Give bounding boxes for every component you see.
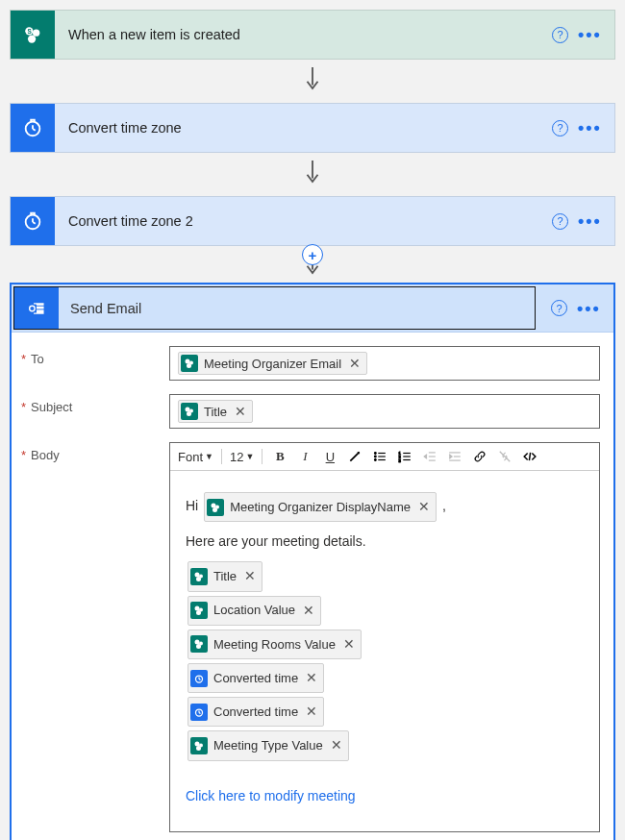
svg-point-54 bbox=[196, 644, 201, 649]
svg-text:S: S bbox=[28, 28, 33, 35]
dynamic-token[interactable]: Meeting Rooms Value✕ bbox=[188, 630, 362, 659]
dynamic-token[interactable]: Location Value✕ bbox=[188, 596, 321, 626]
connector-arrow bbox=[10, 153, 615, 196]
sharepoint-icon bbox=[181, 403, 198, 420]
token-remove-icon[interactable]: ✕ bbox=[301, 599, 316, 623]
trigger-step[interactable]: S When a new item is created ? ••• bbox=[10, 10, 615, 60]
color-button[interactable] bbox=[345, 447, 364, 466]
dynamic-token[interactable]: Meeting Organizer Email ✕ bbox=[178, 352, 367, 375]
dynamic-token[interactable]: Meeting Type Value✕ bbox=[188, 730, 349, 760]
intro-text: Here are your meeting details. bbox=[186, 530, 584, 554]
step-menu-button[interactable]: ••• bbox=[577, 304, 600, 313]
step-menu-button[interactable]: ••• bbox=[578, 216, 601, 226]
to-field[interactable]: Meeting Organizer Email ✕ bbox=[169, 346, 600, 381]
token-remove-icon[interactable]: ✕ bbox=[329, 733, 344, 757]
sharepoint-icon: S bbox=[11, 11, 55, 59]
step-header[interactable]: Send Email bbox=[13, 286, 536, 330]
sharepoint-icon bbox=[207, 499, 224, 516]
link-button[interactable] bbox=[470, 447, 489, 466]
step-title: When a new item is created bbox=[55, 11, 538, 59]
sharepoint-icon bbox=[190, 635, 208, 653]
dynamic-token[interactable]: Converted time✕ bbox=[188, 663, 324, 693]
svg-point-45 bbox=[212, 507, 217, 512]
svg-point-61 bbox=[195, 741, 200, 746]
token-remove-icon[interactable]: ✕ bbox=[347, 356, 362, 371]
clock-icon bbox=[11, 197, 55, 245]
svg-point-63 bbox=[196, 746, 201, 751]
token-text: Title bbox=[204, 405, 227, 419]
svg-point-46 bbox=[195, 572, 200, 577]
token-text: Meeting Organizer DisplayName bbox=[230, 496, 411, 518]
unlink-button[interactable] bbox=[495, 447, 514, 466]
token-text: Converted time bbox=[213, 701, 298, 723]
svg-point-22 bbox=[187, 411, 191, 416]
token-text: Meeting Type Value bbox=[213, 734, 323, 756]
svg-line-42 bbox=[530, 453, 531, 460]
help-icon[interactable]: ? bbox=[552, 120, 568, 136]
bulleted-list-button[interactable] bbox=[370, 447, 389, 466]
add-step-button[interactable]: + bbox=[302, 244, 323, 265]
outlook-icon bbox=[14, 287, 59, 329]
dynamic-token[interactable]: Title ✕ bbox=[178, 400, 253, 423]
body-editor: Font ▼ 12 ▼ B I U 123 bbox=[169, 442, 600, 832]
outdent-button[interactable] bbox=[420, 447, 439, 466]
modify-meeting-link[interactable]: Click here to modify meeting bbox=[186, 788, 356, 803]
dynamic-token[interactable]: Converted time✕ bbox=[188, 697, 324, 727]
token-remove-icon[interactable]: ✕ bbox=[304, 700, 319, 724]
step-menu-button[interactable]: ••• bbox=[578, 30, 601, 39]
to-label: To bbox=[25, 346, 169, 366]
clock-icon bbox=[190, 670, 208, 687]
svg-line-60 bbox=[199, 712, 201, 713]
token-remove-icon[interactable]: ✕ bbox=[242, 564, 258, 588]
clock-icon bbox=[11, 104, 55, 152]
greeting-prefix: Hi bbox=[186, 498, 202, 513]
svg-point-25 bbox=[375, 456, 377, 457]
dynamic-token[interactable]: Meeting Organizer DisplayName ✕ bbox=[204, 492, 437, 522]
bold-button[interactable]: B bbox=[270, 447, 289, 466]
svg-line-11 bbox=[33, 222, 36, 224]
svg-point-49 bbox=[195, 606, 200, 611]
dynamic-token[interactable]: Title✕ bbox=[188, 561, 262, 591]
subject-label: Subject bbox=[25, 394, 169, 414]
token-text: Meeting Rooms Value bbox=[213, 633, 336, 655]
token-remove-icon[interactable]: ✕ bbox=[233, 404, 248, 419]
italic-button[interactable]: I bbox=[295, 447, 314, 466]
token-text: Title bbox=[213, 565, 237, 587]
svg-text:3: 3 bbox=[399, 458, 402, 463]
sharepoint-icon bbox=[190, 568, 208, 585]
step-menu-button[interactable]: ••• bbox=[578, 123, 601, 133]
svg-point-52 bbox=[195, 640, 200, 645]
convert-tz-step-1[interactable]: Convert time zone ? ••• bbox=[10, 103, 615, 153]
token-remove-icon[interactable]: ✕ bbox=[304, 666, 319, 690]
help-icon[interactable]: ? bbox=[551, 300, 567, 316]
body-content[interactable]: Hi Meeting Organizer DisplayName ✕ , Her… bbox=[170, 471, 599, 831]
convert-tz-step-2[interactable]: Convert time zone 2 ? ••• bbox=[10, 196, 615, 246]
help-icon[interactable]: ? bbox=[552, 213, 568, 230]
svg-point-2 bbox=[28, 35, 36, 42]
svg-point-1 bbox=[33, 30, 39, 37]
editor-toolbar: Font ▼ 12 ▼ B I U 123 bbox=[170, 443, 599, 471]
clock-icon bbox=[190, 704, 208, 721]
token-text: Location Value bbox=[213, 599, 295, 621]
subject-field[interactable]: Title ✕ bbox=[169, 394, 600, 429]
font-select[interactable]: Font ▼ bbox=[178, 450, 213, 464]
font-size-select[interactable]: 12 ▼ bbox=[230, 450, 254, 464]
step-title: Convert time zone bbox=[55, 104, 538, 152]
step-title: Convert time zone 2 bbox=[55, 197, 538, 245]
svg-line-57 bbox=[199, 679, 201, 679]
svg-point-23 bbox=[375, 453, 377, 455]
sharepoint-icon bbox=[190, 602, 208, 619]
body-label: Body bbox=[25, 442, 169, 462]
indent-button[interactable] bbox=[445, 447, 464, 466]
help-icon[interactable]: ? bbox=[552, 27, 568, 43]
svg-point-51 bbox=[196, 610, 201, 615]
svg-point-17 bbox=[186, 359, 190, 364]
token-remove-icon[interactable]: ✕ bbox=[341, 632, 357, 656]
svg-point-48 bbox=[196, 577, 201, 581]
underline-button[interactable]: U bbox=[320, 447, 339, 466]
token-remove-icon[interactable]: ✕ bbox=[416, 495, 432, 519]
svg-point-20 bbox=[186, 408, 190, 412]
numbered-list-button[interactable]: 123 bbox=[395, 447, 414, 466]
svg-point-19 bbox=[187, 363, 191, 368]
code-view-button[interactable] bbox=[520, 447, 539, 466]
